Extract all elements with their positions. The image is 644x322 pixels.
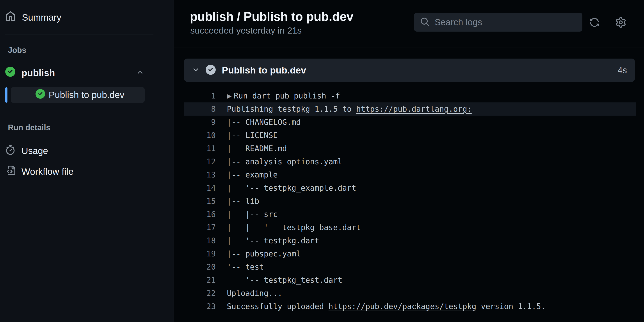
log-text-segment: |-- CHANGELOG.md	[227, 118, 301, 127]
log-text-segment: |-- example	[227, 170, 278, 179]
sidebar-item-usage[interactable]: Usage	[5, 143, 154, 159]
log-line-number[interactable]: 20	[184, 262, 216, 271]
page-title: publish / Publish to pub.dev	[190, 9, 353, 24]
log-line-text: Publishing testpkg 1.1.5 to https://pub.…	[227, 105, 472, 113]
log-line-text: Uploading...	[227, 289, 282, 298]
search-logs-box[interactable]	[414, 13, 582, 32]
log-text-segment: | '-- testpkg_example.dart	[227, 184, 356, 192]
log-settings-button[interactable]	[614, 16, 627, 29]
log-line: 10 |-- LICENSE	[184, 129, 636, 142]
log-step-title: Publish to pub.dev	[222, 65, 306, 76]
log-url-link[interactable]: https://pub.dartlang.org:	[356, 105, 472, 113]
log-line-text: '-- test	[227, 262, 264, 271]
log-line-text: | | '-- testpkg_base.dart	[227, 223, 361, 232]
log-line-text: |-- analysis_options.yaml	[227, 157, 342, 166]
refresh-logs-button[interactable]	[588, 16, 601, 29]
log-line-number[interactable]: 11	[184, 144, 216, 153]
selected-step-accent-bar	[5, 87, 8, 103]
search-logs-input[interactable]	[435, 17, 576, 28]
log-text-segment: '-- test	[227, 262, 264, 271]
log-line-text: |-- LICENSE	[227, 131, 278, 140]
run-sidebar: Summary Jobs publish Publish to pub.dev …	[0, 0, 174, 322]
log-line-number[interactable]: 13	[184, 170, 216, 179]
sidebar-step-publish-to-pubdev[interactable]: Publish to pub.dev	[11, 87, 145, 103]
log-viewer: Publish to pub.dev 4s 1 ▶Run dart pub pu…	[174, 48, 644, 322]
log-line: 9 |-- CHANGELOG.md	[184, 116, 636, 129]
log-line-text: | |-- src	[227, 210, 278, 219]
log-line-text: Successfully uploaded https://pub.dev/pa…	[227, 302, 546, 311]
log-line-number[interactable]: 1	[184, 92, 216, 100]
log-line-text: |-- CHANGELOG.md	[227, 118, 301, 127]
log-line-number[interactable]: 16	[184, 210, 216, 219]
sidebar-item-summary[interactable]: Summary	[5, 9, 154, 26]
log-line-text: |-- README.md	[227, 144, 287, 153]
log-line: 15 |-- lib	[184, 195, 636, 208]
sidebar-divider	[5, 34, 154, 35]
log-line-number[interactable]: 12	[184, 157, 216, 166]
log-text-segment: |-- analysis_options.yaml	[227, 157, 342, 166]
log-line: 18 | '-- testpkg.dart	[184, 234, 636, 247]
log-text-segment: version 1.1.5.	[476, 302, 546, 311]
log-line-number[interactable]: 10	[184, 131, 216, 140]
run-header: publish / Publish to pub.dev succeeded y…	[174, 0, 644, 48]
log-line: 22 Uploading...	[184, 287, 636, 300]
log-line-number[interactable]: 22	[184, 289, 216, 298]
log-line: 13 |-- example	[184, 168, 636, 181]
log-line-number[interactable]: 8	[184, 105, 216, 113]
log-line-number[interactable]: 14	[184, 184, 216, 192]
jobs-section-heading: Jobs	[8, 46, 26, 55]
success-check-circle-icon	[36, 89, 45, 101]
log-step-header[interactable]: Publish to pub.dev 4s	[184, 59, 635, 82]
log-line: 16 | |-- src	[184, 208, 636, 221]
log-lines: 1 ▶Run dart pub publish -f 8 Publishing …	[184, 89, 636, 313]
sidebar-item-label: Summary	[22, 12, 62, 23]
log-line: 11 |-- README.md	[184, 142, 636, 155]
sidebar-item-workflow-file[interactable]: Workflow file	[5, 163, 154, 180]
log-text-segment: Run dart pub publish -f	[234, 92, 340, 100]
log-line-number[interactable]: 19	[184, 249, 216, 258]
log-text-segment: |-- pubspec.yaml	[227, 249, 301, 258]
log-line: 14 | '-- testpkg_example.dart	[184, 181, 636, 195]
log-line-number[interactable]: 18	[184, 236, 216, 245]
log-line-number[interactable]: 15	[184, 197, 216, 205]
log-line: 19 |-- pubspec.yaml	[184, 247, 636, 260]
log-line: 1 ▶Run dart pub publish -f	[184, 89, 636, 102]
log-line-number[interactable]: 21	[184, 276, 216, 284]
log-text-segment: Publishing testpkg 1.1.5 to	[227, 105, 356, 113]
log-line-text: |-- lib	[227, 197, 259, 205]
log-text-segment: |-- lib	[227, 197, 259, 205]
sidebar-item-label: Workflow file	[22, 166, 74, 177]
log-text-segment: |-- LICENSE	[227, 131, 278, 140]
log-text-segment: Successfully uploaded	[227, 302, 328, 311]
log-line-text: ▶Run dart pub publish -f	[227, 92, 340, 100]
run-status-text: succeeded yesterday in 21s	[190, 26, 302, 36]
chevron-down-icon[interactable]	[192, 66, 200, 74]
log-step-duration: 4s	[618, 65, 627, 75]
log-line: 21 '-- testpkg_test.dart	[184, 273, 636, 287]
log-line: 17 | | '-- testpkg_base.dart	[184, 221, 636, 234]
home-icon	[5, 11, 16, 24]
log-line: 8 Publishing testpkg 1.1.5 to https://pu…	[184, 102, 636, 116]
log-line-number[interactable]: 23	[184, 302, 216, 311]
sidebar-job-publish[interactable]: publish	[5, 65, 154, 81]
log-text-segment: '-- testpkg_test.dart	[227, 276, 342, 284]
log-line-text: |-- pubspec.yaml	[227, 249, 301, 258]
step-name: Publish to pub.dev	[49, 90, 124, 100]
log-line-number[interactable]: 17	[184, 223, 216, 232]
log-line-text: '-- testpkg_test.dart	[227, 276, 342, 284]
log-text-segment: |-- README.md	[227, 144, 287, 153]
log-line: 23 Successfully uploaded https://pub.dev…	[184, 300, 636, 313]
log-line-number[interactable]: 9	[184, 118, 216, 127]
run-main-panel: publish / Publish to pub.dev succeeded y…	[174, 0, 644, 322]
log-line-text: | '-- testpkg.dart	[227, 236, 319, 245]
log-text-segment: | |-- src	[227, 210, 278, 219]
job-name: publish	[22, 68, 55, 78]
play-icon[interactable]: ▶	[227, 92, 232, 100]
search-icon	[420, 17, 430, 27]
log-line-text: | '-- testpkg_example.dart	[227, 184, 356, 192]
log-line: 12 |-- analysis_options.yaml	[184, 155, 636, 168]
log-text-segment: | | '-- testpkg_base.dart	[227, 223, 361, 232]
run-details-section-heading: Run details	[8, 123, 50, 132]
log-url-link[interactable]: https://pub.dev/packages/testpkg	[328, 302, 476, 311]
chevron-up-icon[interactable]	[136, 68, 144, 78]
